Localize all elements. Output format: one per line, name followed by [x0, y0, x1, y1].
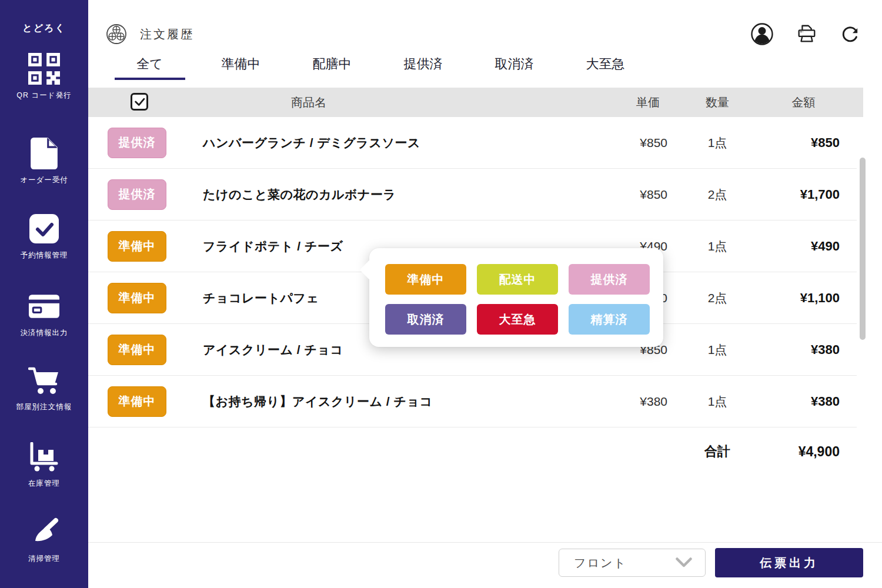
main: 注文履歴 — [88, 0, 882, 588]
location-select-value: フロント — [574, 555, 627, 571]
sidebar-item-label: 決済情報出力 — [0, 328, 88, 338]
unit-price: ¥850 — [567, 188, 667, 202]
quantity: 1点 — [667, 238, 767, 255]
table-row: 準備中 【お持ち帰り】アイスクリーム / チョコ ¥380 1点 ¥380 — [88, 376, 857, 427]
sidebar-item-room-orders[interactable]: 部屋別注文情報 — [0, 363, 88, 412]
status-badge[interactable]: 準備中 — [108, 283, 166, 313]
slip-output-button[interactable]: 伝票出力 — [715, 548, 863, 577]
total-amount: ¥4,900 — [767, 444, 840, 460]
sidebar-item-cleaning[interactable]: 清掃管理 — [0, 515, 88, 564]
sidebar-item-label: 部屋別注文情報 — [0, 402, 88, 412]
check-square-icon — [0, 212, 88, 246]
total-label: 合計 — [667, 443, 767, 460]
popup-button-cancelled[interactable]: 取消済 — [385, 304, 466, 335]
tab-urgent[interactable]: 大至急 — [560, 51, 651, 80]
item-name: 【お持ち帰り】アイスクリーム / チョコ — [203, 393, 567, 410]
scrollbar-thumb[interactable] — [860, 158, 866, 340]
chevron-down-icon — [676, 557, 692, 568]
quantity: 1点 — [667, 342, 767, 358]
sidebar-item-label: オーダー受付 — [0, 175, 88, 185]
document-icon — [0, 136, 88, 171]
qr-code-icon — [0, 52, 88, 86]
brand: とどろく — [0, 22, 88, 35]
refresh-icon[interactable] — [840, 24, 860, 45]
amount: ¥380 — [767, 342, 840, 358]
topbar: 注文履歴 — [88, 0, 882, 47]
amount: ¥380 — [767, 394, 840, 409]
amount: ¥1,700 — [767, 187, 840, 202]
sidebar-item-label: 清掃管理 — [0, 554, 88, 564]
select-all-checkbox[interactable] — [131, 93, 148, 111]
table-row: 提供済 たけのこと菜の花のカルボナーラ ¥850 2点 ¥1,700 — [88, 169, 857, 220]
sidebar-item-inventory[interactable]: 在庫管理 — [0, 440, 88, 489]
unit-price: ¥850 — [567, 136, 667, 150]
credit-card-icon — [0, 289, 88, 323]
sidebar-item-reservation[interactable]: 予約情報管理 — [0, 212, 88, 260]
item-name: たけのこと菜の花のカルボナーラ — [203, 186, 567, 203]
tab-cancelled[interactable]: 取消済 — [469, 51, 560, 80]
status-badge[interactable]: 準備中 — [108, 231, 166, 262]
status-badge[interactable]: 提供済 — [108, 128, 166, 158]
popup-button-urgent[interactable]: 大至急 — [477, 304, 558, 335]
tab-preparing[interactable]: 準備中 — [195, 51, 286, 80]
location-select[interactable]: フロント — [559, 549, 706, 577]
popup-button-delivering[interactable]: 配送中 — [477, 264, 558, 295]
sidebar-item-order-intake[interactable]: オーダー受付 — [0, 136, 88, 185]
amount: ¥850 — [767, 135, 840, 151]
popup-button-settled[interactable]: 精算済 — [569, 304, 650, 335]
sidebar-item-label: 在庫管理 — [0, 479, 88, 489]
unit-price: ¥380 — [567, 395, 667, 409]
tab-served[interactable]: 提供済 — [377, 51, 469, 80]
cart-icon — [0, 363, 88, 397]
column-header-unit-price: 単価 — [567, 95, 667, 111]
topbar-icons — [750, 22, 860, 46]
status-popup: 準備中 配送中 提供済 取消済 大至急 精算済 — [369, 248, 663, 347]
quantity: 2点 — [667, 186, 767, 203]
dolly-icon — [0, 440, 88, 474]
status-badge[interactable]: 準備中 — [108, 386, 166, 417]
item-name: ハンバーグランチ / デミグラスソース — [203, 135, 567, 151]
tab-all[interactable]: 全て — [104, 51, 195, 80]
popup-button-preparing[interactable]: 準備中 — [385, 264, 466, 295]
footer: フロント 伝票出力 — [88, 542, 882, 543]
sidebar-item-payment-export[interactable]: 決済情報出力 — [0, 289, 88, 338]
sidebar-item-label: QR コード発行 — [0, 91, 88, 101]
quantity: 2点 — [667, 290, 767, 306]
page-title: 注文履歴 — [140, 26, 194, 42]
printer-icon[interactable] — [796, 23, 818, 45]
column-header-name: 商品名 — [203, 95, 567, 111]
table-row: 提供済 ハンバーグランチ / デミグラスソース ¥850 1点 ¥850 — [88, 117, 857, 169]
popup-button-served[interactable]: 提供済 — [569, 264, 650, 295]
status-badge[interactable]: 提供済 — [108, 179, 166, 210]
table-header: 商品名 単価 数量 金額 — [88, 88, 863, 117]
total-row: 合計 ¥4,900 — [88, 427, 857, 476]
column-header-amount: 金額 — [767, 95, 840, 111]
tab-bar: 全て 準備中 配膳中 提供済 取消済 大至急 — [104, 51, 882, 80]
logo-icon — [106, 24, 127, 45]
amount: ¥490 — [767, 239, 840, 254]
sidebar-item-label: 予約情報管理 — [0, 250, 88, 260]
amount: ¥1,100 — [767, 290, 840, 306]
quantity: 1点 — [667, 135, 767, 151]
broom-icon — [0, 515, 88, 549]
sidebar: とどろく QR コード発行 オーダー受付 — [0, 0, 88, 588]
quantity: 1点 — [667, 393, 767, 410]
tab-serving[interactable]: 配膳中 — [286, 51, 377, 80]
sidebar-item-qr-code[interactable]: QR コード発行 — [0, 52, 88, 101]
app: とどろく QR コード発行 オーダー受付 — [0, 0, 882, 588]
user-icon[interactable] — [750, 22, 774, 46]
column-header-quantity: 数量 — [667, 95, 767, 111]
status-badge[interactable]: 準備中 — [108, 335, 166, 365]
